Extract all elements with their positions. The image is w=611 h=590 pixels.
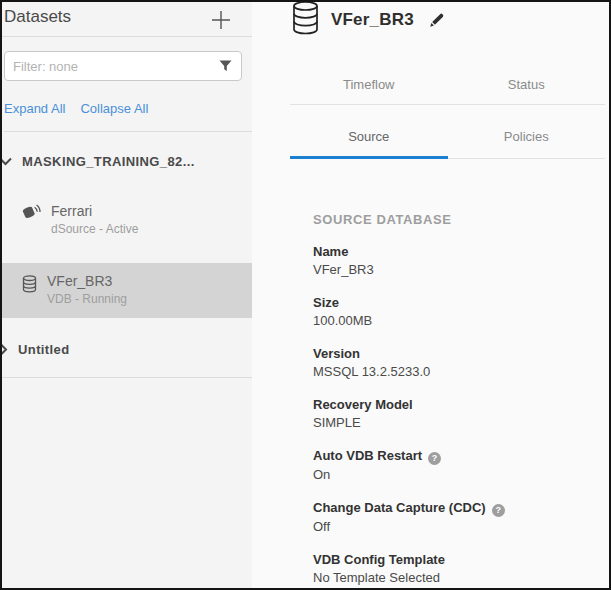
- field-label-text: Auto VDB Restart: [313, 448, 422, 463]
- tab-policies[interactable]: Policies: [448, 105, 606, 158]
- field-label: VDB Config Template: [313, 552, 609, 568]
- funnel-icon[interactable]: [219, 60, 232, 72]
- field-label: Version: [313, 346, 609, 362]
- field-label: Change Data Capture (CDC)?: [313, 500, 609, 517]
- tree-item-ferrari[interactable]: Ferrari dSource - Active: [2, 203, 252, 236]
- item-name: Ferrari: [51, 203, 138, 219]
- field-vdb-config-template: VDB Config Template No Template Selected: [313, 552, 609, 586]
- filter-field: [4, 51, 242, 81]
- collapse-all-link[interactable]: Collapse All: [80, 101, 148, 116]
- item-status: dSource - Active: [51, 222, 138, 236]
- field-label: Size: [313, 295, 609, 311]
- field-value: On: [313, 467, 609, 483]
- group-untitled[interactable]: Untitled: [2, 328, 252, 378]
- pencil-icon[interactable]: [428, 12, 445, 29]
- tabs: Timeflow Status Source Policies: [290, 64, 605, 159]
- field-label-text: Change Data Capture (CDC): [313, 500, 486, 515]
- expand-all-link[interactable]: Expand All: [4, 101, 65, 116]
- chevron-right-icon[interactable]: [2, 343, 8, 356]
- field-value: Off: [313, 519, 609, 535]
- help-icon[interactable]: ?: [428, 452, 441, 465]
- item-texts: VFer_BR3 VDB - Running: [47, 273, 127, 306]
- field-change-data-capture: Change Data Capture (CDC)? Off: [313, 500, 609, 535]
- item-texts: Ferrari dSource - Active: [51, 203, 138, 236]
- group-masking-training[interactable]: MASKING_TRAINING_82...: [2, 132, 252, 169]
- tabs-row-top: Timeflow Status: [290, 64, 605, 105]
- field-value: No Template Selected: [313, 570, 609, 586]
- group-label: Untitled: [18, 342, 70, 357]
- field-label: Auto VDB Restart?: [313, 448, 609, 465]
- datasets-sidebar: Datasets Expand All Collapse All: [2, 2, 252, 588]
- tab-timeflow[interactable]: Timeflow: [290, 77, 448, 92]
- field-value: MSSQL 13.2.5233.0: [313, 364, 609, 380]
- field-version: Version MSSQL 13.2.5233.0: [313, 346, 609, 380]
- chevron-down-icon[interactable]: [2, 157, 12, 166]
- database-icon: [292, 2, 319, 35]
- panel-header: VFer_BR3: [252, 2, 609, 38]
- app-window: Datasets Expand All Collapse All: [0, 0, 611, 590]
- field-label: Name: [313, 244, 609, 260]
- item-status: VDB - Running: [47, 292, 127, 306]
- field-value: 100.00MB: [313, 313, 609, 329]
- filter-input[interactable]: [4, 51, 242, 81]
- help-icon[interactable]: ?: [492, 504, 505, 517]
- item-name: VFer_BR3: [47, 273, 127, 289]
- plus-icon: [210, 9, 232, 31]
- sidebar-header: Datasets: [2, 2, 252, 37]
- group-label: MASKING_TRAINING_82...: [22, 154, 195, 169]
- field-value: SIMPLE: [313, 415, 609, 431]
- field-name: Name VFer_BR3: [313, 244, 609, 278]
- tab-status[interactable]: Status: [448, 77, 606, 92]
- field-recovery-model: Recovery Model SIMPLE: [313, 397, 609, 431]
- source-tab-content: SOURCE DATABASE Name VFer_BR3 Size 100.0…: [252, 212, 609, 586]
- add-dataset-button[interactable]: [210, 9, 232, 31]
- section-header: SOURCE DATABASE: [313, 212, 609, 227]
- field-size: Size 100.00MB: [313, 295, 609, 329]
- panel-title: VFer_BR3: [331, 10, 414, 30]
- sidebar-title: Datasets: [4, 7, 71, 27]
- datasets-tree: MASKING_TRAINING_82... Ferrari dSo: [2, 132, 252, 378]
- vdb-icon: [22, 275, 37, 293]
- tree-controls: Expand All Collapse All: [4, 101, 252, 132]
- field-label: Recovery Model: [313, 397, 609, 413]
- field-auto-vdb-restart: Auto VDB Restart? On: [313, 448, 609, 483]
- field-value: VFer_BR3: [313, 262, 609, 278]
- dsource-icon: [22, 204, 41, 221]
- detail-panel: VFer_BR3 Timeflow Status Source Policies…: [252, 2, 609, 588]
- tree-item-vfer-br3[interactable]: VFer_BR3 VDB - Running: [2, 263, 252, 318]
- tabs-row-bottom: Source Policies: [290, 105, 605, 159]
- tab-source[interactable]: Source: [290, 105, 448, 159]
